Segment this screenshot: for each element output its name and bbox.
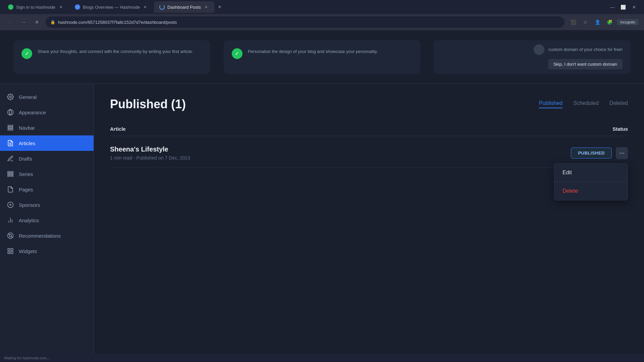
sidebar-item-recommendations[interactable]: Recommendations: [0, 228, 94, 243]
sidebar-label-recommendations: Recommendations: [19, 233, 61, 239]
sidebar-label-analytics: Analytics: [19, 218, 39, 223]
tab-close-2[interactable]: ✕: [143, 4, 148, 10]
sidebar-item-articles[interactable]: Articles: [0, 135, 94, 151]
tab-sign-in[interactable]: ✓ Sign in to Hashnode ✕: [3, 1, 69, 13]
article-title: Sheena's Lifestyle: [110, 145, 190, 153]
series-icon: [7, 170, 14, 178]
sidebar-item-general[interactable]: General: [0, 89, 94, 105]
article-actions: PUBLISHED Edit Delete: [571, 147, 628, 159]
tab-close-3[interactable]: ✕: [204, 4, 209, 10]
url-bar[interactable]: 🔒 hashnode.com/6571258037f7fa8c152d7d7e/…: [46, 16, 565, 28]
sidebar-item-widgets[interactable]: Widgets: [0, 243, 94, 259]
sidebar-label-appearance: Appearance: [19, 110, 46, 115]
svg-rect-7: [8, 172, 13, 173]
sidebar-item-series[interactable]: Series: [0, 166, 94, 182]
edit-button[interactable]: Edit: [554, 164, 628, 182]
svg-point-24: [620, 153, 621, 154]
close-button[interactable]: ✕: [629, 2, 639, 12]
sidebar-item-analytics[interactable]: Analytics: [0, 213, 94, 228]
url-text: hashnode.com/6571258037f7fa8c152d7d7e/da…: [58, 20, 177, 25]
svg-point-1: [8, 110, 13, 115]
articles-table: Article Status Sheena's Lifestyle 1 min …: [110, 122, 628, 168]
main-layout: General Appearance Navbar Articles: [0, 84, 644, 354]
sidebar-item-drafts[interactable]: Drafts: [0, 151, 94, 166]
new-tab-button[interactable]: +: [215, 2, 224, 12]
tab-dashboard-posts[interactable]: Dashboard Posts ✕: [154, 1, 214, 13]
article-info: Sheena's Lifestyle 1 min read - Publishe…: [110, 145, 190, 161]
tab-close-1[interactable]: ✕: [58, 4, 63, 10]
svg-rect-23: [8, 252, 10, 254]
svg-rect-20: [8, 249, 10, 251]
status-text: Waiting for hashnode.com...: [4, 356, 50, 360]
bookmark-icon[interactable]: ☆: [581, 17, 590, 27]
tab-title-3: Dashboard Posts: [167, 5, 201, 10]
check-icon-3: [534, 44, 544, 55]
back-button[interactable]: ←: [5, 17, 15, 27]
col-header-article: Article: [110, 126, 126, 132]
article-meta: 1 min read - Published on 7 Dec, 2023: [110, 155, 190, 161]
sidebar-item-navbar[interactable]: Navbar: [0, 120, 94, 135]
tab-favicon-1: ✓: [8, 4, 13, 10]
window-controls: — ⬜ ✕: [608, 2, 641, 12]
skip-button[interactable]: Skip, I don't want custom domain: [548, 59, 623, 69]
tab-scheduled[interactable]: Scheduled: [573, 100, 599, 108]
sponsors-icon: [7, 201, 14, 208]
page-content: ✓ Share your thoughts, and connect with …: [0, 30, 644, 354]
tab-favicon-2: H: [75, 4, 80, 10]
reload-button[interactable]: ✕: [32, 17, 42, 27]
tab-published[interactable]: Published: [539, 100, 562, 108]
appearance-icon: [7, 109, 14, 116]
tab-deleted[interactable]: Deleted: [609, 100, 628, 108]
svg-point-25: [622, 153, 623, 154]
banner-text-2: Personalize the design of your blog and …: [248, 48, 378, 55]
dropdown-menu: Edit Delete: [554, 163, 628, 200]
svg-rect-4: [8, 129, 13, 130]
extensions-icon[interactable]: 🧩: [605, 17, 614, 27]
status-badge: PUBLISHED: [571, 147, 612, 159]
sidebar-label-pages: Pages: [19, 187, 33, 192]
tab-title-2: Blogs Overview — Hashnode: [83, 5, 140, 10]
svg-rect-9: [8, 175, 13, 176]
more-options-button[interactable]: [616, 147, 628, 159]
tab-favicon-3: [159, 4, 165, 10]
svg-rect-22: [11, 252, 13, 254]
banner-area: ✓ Share your thoughts, and connect with …: [0, 30, 644, 84]
filter-tabs: Published Scheduled Deleted: [539, 100, 628, 108]
forward-button[interactable]: →: [19, 17, 28, 27]
sidebar-label-navbar: Navbar: [19, 125, 35, 131]
table-row: Sheena's Lifestyle 1 min read - Publishe…: [110, 139, 628, 168]
recommendations-icon: [7, 232, 14, 239]
svg-rect-3: [8, 127, 13, 128]
sidebar-item-appearance[interactable]: Appearance: [0, 105, 94, 120]
col-header-status: Status: [612, 126, 628, 132]
address-actions: ⬛ ☆ 👤 🧩 Incognito: [569, 17, 639, 27]
banner-text-1: Share your thoughts, and connect with th…: [38, 48, 193, 55]
svg-rect-2: [8, 125, 13, 126]
svg-line-19: [11, 236, 12, 238]
restore-button[interactable]: ⬜: [619, 2, 628, 12]
page-title: Published (1): [110, 97, 186, 111]
sidebar-label-drafts: Drafts: [19, 156, 32, 162]
tab-title-1: Sign in to Hashnode: [16, 5, 55, 10]
svg-line-18: [8, 234, 10, 235]
sidebar-label-general: General: [19, 94, 37, 100]
sidebar-label-sponsors: Sponsors: [19, 202, 40, 208]
tab-blogs-overview[interactable]: H Blogs Overview — Hashnode ✕: [69, 1, 153, 13]
svg-rect-8: [8, 173, 13, 174]
drafts-icon: [7, 155, 14, 162]
sidebar-item-sponsors[interactable]: Sponsors: [0, 197, 94, 213]
sidebar-item-pages[interactable]: Pages: [0, 182, 94, 197]
banner-card-3: custom domain of your choice for free! S…: [434, 40, 631, 74]
analytics-icon: [7, 217, 14, 224]
banner-card-1: ✓ Share your thoughts, and connect with …: [13, 40, 210, 74]
screenshot-icon[interactable]: ⬛: [569, 17, 578, 27]
navbar-icon: [7, 124, 14, 131]
profile-icon[interactable]: 👤: [593, 17, 602, 27]
minimize-button[interactable]: —: [608, 2, 617, 12]
check-icon-2: ✓: [232, 48, 243, 59]
banner-domain-text: custom domain of your choice for free!: [548, 46, 623, 53]
sidebar-label-articles: Articles: [19, 140, 35, 146]
svg-point-26: [623, 153, 624, 154]
delete-button[interactable]: Delete: [554, 182, 628, 200]
sidebar: General Appearance Navbar Articles: [0, 84, 94, 354]
